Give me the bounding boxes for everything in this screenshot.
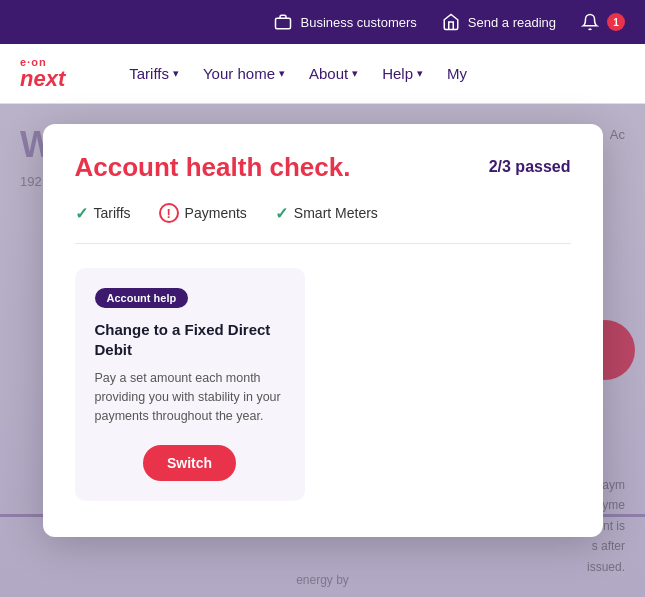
- notification-bell[interactable]: 1: [580, 12, 625, 32]
- nav-my[interactable]: My: [447, 65, 467, 82]
- main-nav: e·on next Tariffs ▾ Your home ▾ About ▾ …: [0, 44, 645, 104]
- nav-my-label: My: [447, 65, 467, 82]
- logo[interactable]: e·on next: [20, 57, 65, 90]
- check-items-row: ✓ Tariffs ! Payments ✓ Smart Meters: [75, 203, 571, 244]
- check-warning-icon: !: [159, 203, 179, 223]
- check-pass-icon: ✓: [75, 204, 88, 223]
- bell-icon: [580, 12, 600, 32]
- chevron-down-icon: ▾: [173, 67, 179, 80]
- chevron-down-icon: ▾: [417, 67, 423, 80]
- card-title: Change to a Fixed Direct Debit: [95, 320, 285, 359]
- meter-icon: [441, 12, 461, 32]
- notification-count: 1: [607, 13, 625, 31]
- nav-your-home[interactable]: Your home ▾: [203, 65, 285, 82]
- chevron-down-icon: ▾: [279, 67, 285, 80]
- top-utility-bar: Business customers Send a reading 1: [0, 0, 645, 44]
- modal-header: Account health check. 2/3 passed: [75, 152, 571, 183]
- check-smart-meters-label: Smart Meters: [294, 205, 378, 221]
- nav-about-label: About: [309, 65, 348, 82]
- card-area: Account help Change to a Fixed Direct De…: [75, 268, 571, 501]
- check-smart-meters: ✓ Smart Meters: [275, 203, 378, 223]
- svg-rect-0: [276, 18, 291, 29]
- account-help-badge: Account help: [95, 288, 189, 308]
- briefcase-icon: [273, 12, 293, 32]
- logo-next: next: [20, 68, 65, 90]
- health-check-modal: Account health check. 2/3 passed ✓ Tarif…: [43, 124, 603, 537]
- business-customers-link[interactable]: Business customers: [273, 12, 416, 32]
- modal-score: 2/3 passed: [489, 152, 571, 176]
- check-payments-label: Payments: [185, 205, 247, 221]
- check-payments: ! Payments: [159, 203, 247, 223]
- help-card: Account help Change to a Fixed Direct De…: [75, 268, 305, 501]
- switch-button[interactable]: Switch: [143, 445, 236, 481]
- nav-your-home-label: Your home: [203, 65, 275, 82]
- nav-tariffs-label: Tariffs: [129, 65, 169, 82]
- nav-tariffs[interactable]: Tariffs ▾: [129, 65, 179, 82]
- nav-help-label: Help: [382, 65, 413, 82]
- nav-help[interactable]: Help ▾: [382, 65, 423, 82]
- check-pass-icon-2: ✓: [275, 204, 288, 223]
- send-reading-label: Send a reading: [468, 15, 556, 30]
- card-description: Pay a set amount each month providing yo…: [95, 369, 285, 425]
- chevron-down-icon: ▾: [352, 67, 358, 80]
- nav-about[interactable]: About ▾: [309, 65, 358, 82]
- check-tariffs-label: Tariffs: [94, 205, 131, 221]
- send-reading-link[interactable]: Send a reading: [441, 12, 556, 32]
- modal-title: Account health check.: [75, 152, 351, 183]
- check-tariffs: ✓ Tariffs: [75, 203, 131, 223]
- modal-overlay: Account health check. 2/3 passed ✓ Tarif…: [0, 104, 645, 597]
- business-customers-label: Business customers: [300, 15, 416, 30]
